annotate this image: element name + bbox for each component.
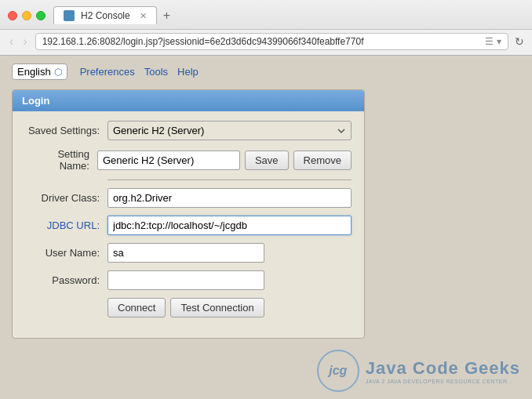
browser-chrome: H2 Console ✕ + ‹ › 192.168.1.26:8082/log… [0,0,532,56]
reload-button[interactable]: ↻ [515,35,524,48]
driver-class-input[interactable] [107,188,352,208]
jcg-logo-text: jcg [329,364,347,378]
test-connection-button[interactable]: Test Connection [170,298,264,317]
tab-title: H2 Console [81,10,130,21]
jcg-brand-subtitle: Java 2 Java Developers Resource Center [366,379,520,384]
toolbar: English ⬡ Preferences Tools Help [12,63,520,80]
title-bar: H2 Console ✕ + [8,6,524,24]
jdbc-url-row: JDBC URL: [25,216,352,235]
password-label: Password: [25,274,107,286]
reader-icon: ☰ [485,36,494,47]
tools-link[interactable]: Tools [144,66,168,78]
saved-settings-select[interactable]: Generic H2 (Server) [107,121,352,140]
setting-name-controls: Save Remove [97,151,352,170]
language-selector[interactable]: English ⬡ [12,63,67,80]
language-label: English [17,66,51,78]
active-tab[interactable]: H2 Console ✕ [53,6,157,24]
tab-close-icon[interactable]: ✕ [140,11,147,21]
saved-settings-row: Saved Settings: Generic H2 (Server) [25,121,352,140]
login-panel: Login Saved Settings: Generic H2 (Server… [12,89,365,339]
jcg-brand-text: Java Code Geeks Java 2 Java Developers R… [366,358,520,384]
back-button[interactable]: ‹ [8,34,15,49]
save-button[interactable]: Save [245,151,289,170]
url-text: 192.168.1.26:8082/login.jsp?jsessionid=6… [42,36,485,47]
toolbar-links: Preferences Tools Help [80,66,199,78]
driver-class-row: Driver Class: [25,188,352,208]
password-input[interactable] [107,270,264,290]
username-label: User Name: [25,247,107,259]
username-row: User Name: [25,243,352,263]
action-buttons-row: Connect Test Connection [25,298,352,317]
watermark: jcg Java Code Geeks Java 2 Java Develope… [317,350,520,392]
bookmark-icon: ▾ [497,36,501,47]
help-link[interactable]: Help [177,66,199,78]
address-bar[interactable]: 192.168.1.26:8082/login.jsp?jsessionid=6… [35,33,508,50]
preferences-link[interactable]: Preferences [80,66,135,78]
connect-button[interactable]: Connect [107,298,166,317]
page-content: English ⬡ Preferences Tools Help Login S… [0,56,532,399]
jcg-brand-title: Java Code Geeks [366,358,520,379]
maximize-button[interactable] [36,11,46,20]
password-row: Password: [25,270,352,290]
setting-name-input[interactable] [97,151,240,170]
jdbc-url-label: JDBC URL: [25,219,107,231]
new-tab-button[interactable]: + [160,9,173,23]
jcg-logo: jcg [317,350,359,392]
close-button[interactable] [8,11,17,20]
driver-class-label: Driver Class: [25,192,107,204]
forward-button[interactable]: › [21,34,28,49]
username-input[interactable] [107,243,264,263]
tab-bar: H2 Console ✕ + [53,6,524,24]
language-arrow-icon: ⬡ [54,67,62,78]
traffic-lights [8,11,46,20]
minimize-button[interactable] [22,11,31,20]
divider [107,180,352,180]
login-header: Login [13,90,364,111]
login-title: Login [22,95,49,107]
setting-name-label: Setting Name: [25,148,97,172]
action-buttons: Connect Test Connection [107,298,264,317]
address-bar-row: ‹ › 192.168.1.26:8082/login.jsp?jsession… [0,29,532,55]
address-icons: ☰ ▾ [485,36,501,47]
saved-settings-label: Saved Settings: [25,125,107,136]
setting-name-row: Setting Name: Save Remove [25,148,352,172]
tab-favicon [64,10,75,21]
jdbc-url-input[interactable] [107,216,352,235]
remove-button[interactable]: Remove [293,151,352,170]
login-body: Saved Settings: Generic H2 (Server) Sett… [13,111,364,338]
